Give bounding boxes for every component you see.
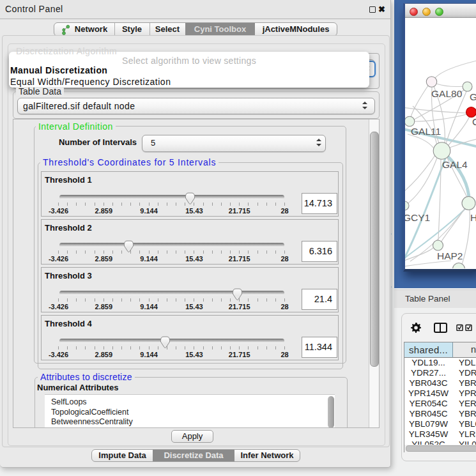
svg-text:GCY1: GCY1 <box>405 212 430 223</box>
svg-text:GA: GA <box>470 91 476 102</box>
svg-text:H: H <box>470 212 476 223</box>
svg-text:HAP2: HAP2 <box>437 250 463 261</box>
svg-text:C: C <box>472 116 476 127</box>
svg-text:GAL11: GAL11 <box>411 126 441 137</box>
svg-text:GAL80: GAL80 <box>431 88 463 99</box>
svg-text:GAL4: GAL4 <box>442 159 468 170</box>
